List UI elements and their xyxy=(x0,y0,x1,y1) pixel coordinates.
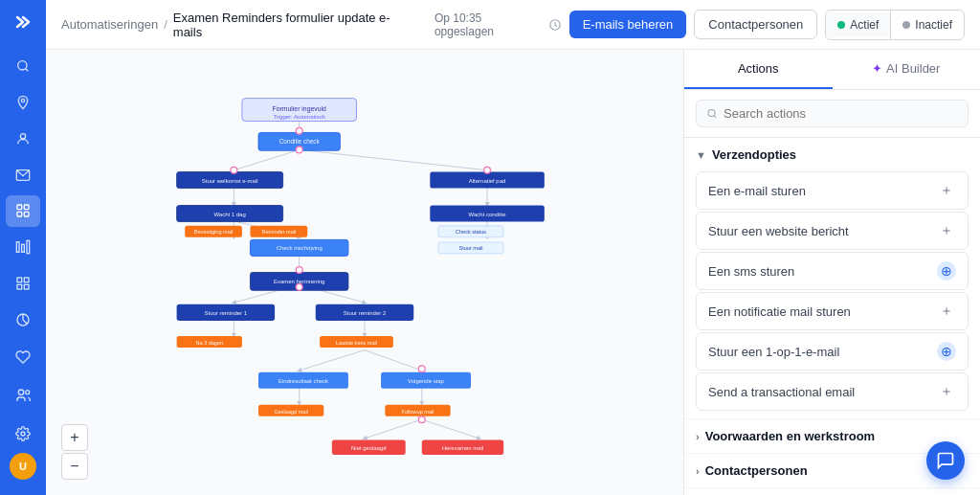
inactive-label: Inactief xyxy=(915,18,952,32)
search-sidebar-icon[interactable] xyxy=(6,50,40,82)
bars-sidebar-icon[interactable] xyxy=(6,231,40,263)
svg-point-2 xyxy=(20,133,25,138)
action-transactional-add-icon[interactable]: ＋ xyxy=(937,382,956,401)
canvas-controls: + − xyxy=(61,424,88,480)
action-1op1-label: Stuur een 1-op-1-e-mail xyxy=(708,345,839,359)
svg-point-0 xyxy=(18,61,27,70)
svg-point-92 xyxy=(708,109,715,116)
svg-text:Trigger: Automatisch: Trigger: Automatisch xyxy=(273,114,325,120)
email-sidebar-icon[interactable] xyxy=(6,159,40,191)
contacts-sidebar-icon[interactable] xyxy=(6,123,40,155)
tab-actions[interactable]: Actions xyxy=(684,50,833,89)
svg-rect-9 xyxy=(22,245,25,253)
svg-text:Alternatief pad: Alternatief pad xyxy=(469,178,505,184)
svg-point-16 xyxy=(18,390,23,394)
svg-text:Na 3 dagen: Na 3 dagen xyxy=(195,340,223,346)
breadcrumb-link[interactable]: Automatiseringen xyxy=(61,17,158,32)
action-notificatie-mail[interactable]: Een notificatie mail sturen ＋ xyxy=(696,292,969,330)
workspace: Formulier ingevuld Trigger: Automatisch … xyxy=(46,50,980,495)
saved-info: Op 10:35 opgeslagen xyxy=(434,11,562,38)
action-email-add-icon[interactable]: ＋ xyxy=(937,181,956,200)
zoom-in-button[interactable]: + xyxy=(61,424,88,451)
svg-text:Niet geslaagd: Niet geslaagd xyxy=(351,445,387,451)
svg-rect-11 xyxy=(17,278,22,282)
zoom-out-button[interactable]: − xyxy=(61,453,88,480)
action-1op1-add-icon[interactable]: ⊕ xyxy=(937,342,956,361)
location-sidebar-icon[interactable] xyxy=(6,86,40,119)
section-voorwaarden-label: Voorwaarden en werkstroom xyxy=(705,429,875,443)
svg-point-88 xyxy=(296,267,302,274)
contactpersonen-button[interactable]: Contactpersonen xyxy=(694,10,817,39)
search-icon xyxy=(706,107,718,120)
emails-beheren-button[interactable]: E-mails beheren xyxy=(569,11,687,38)
section-verzendopties[interactable]: ▼ Verzendopties xyxy=(684,138,980,168)
panel-search xyxy=(684,90,980,138)
svg-text:Conditie check: Conditie check xyxy=(279,138,321,145)
svg-line-36 xyxy=(365,419,422,439)
search-input[interactable] xyxy=(724,106,958,121)
pie-sidebar-icon[interactable] xyxy=(6,304,40,336)
action-sms-add-icon[interactable]: ⊕ xyxy=(937,261,956,281)
svg-text:Eindresultaat check: Eindresultaat check xyxy=(278,378,328,384)
clock-icon xyxy=(548,18,562,32)
canvas[interactable]: Formulier ingevuld Trigger: Automatisch … xyxy=(46,50,683,495)
avatar[interactable]: U xyxy=(10,453,36,480)
svg-text:Geslaagd mail: Geslaagd mail xyxy=(274,409,307,415)
active-label: Actief xyxy=(850,18,879,32)
saved-text: Op 10:35 opgeslagen xyxy=(434,11,545,38)
topbar: Automatiseringen / Examen Reminders form… xyxy=(46,0,980,50)
action-website-bericht[interactable]: Stuur een website bericht ＋ xyxy=(696,212,969,250)
svg-text:Wacht conditie: Wacht conditie xyxy=(469,212,507,217)
action-website-add-icon[interactable]: ＋ xyxy=(937,221,956,240)
team-sidebar-icon[interactable] xyxy=(6,378,40,413)
search-input-wrap[interactable] xyxy=(696,100,969,127)
svg-rect-7 xyxy=(24,213,29,217)
svg-text:Stuur mail: Stuur mail xyxy=(459,245,483,251)
action-email-sturen[interactable]: Een e-mail sturen ＋ xyxy=(696,171,969,210)
svg-rect-10 xyxy=(27,241,30,254)
chevron-right-contactpersonen: › xyxy=(696,465,700,477)
svg-point-89 xyxy=(296,283,302,290)
inactive-dot xyxy=(902,21,910,29)
active-dot xyxy=(837,21,845,29)
ai-star-icon: ✦ xyxy=(872,61,882,76)
grid-sidebar-icon[interactable] xyxy=(6,267,40,300)
panel-tabs: Actions ✦ AI Builder xyxy=(684,50,980,90)
section-verzendopties-label: Verzendopties xyxy=(712,147,796,162)
section-verkoopteam[interactable]: › Verkoopteam xyxy=(684,487,980,495)
svg-rect-6 xyxy=(17,213,22,217)
right-panel: Actions ✦ AI Builder ▼ Verzendopties xyxy=(683,50,980,495)
svg-text:Check inschrijving: Check inschrijving xyxy=(277,245,323,251)
status-active-button[interactable]: Actief xyxy=(826,12,890,37)
action-items-list: Een e-mail sturen ＋ Stuur een website be… xyxy=(684,168,980,418)
svg-point-85 xyxy=(296,146,302,153)
svg-text:Reminder mail: Reminder mail xyxy=(261,229,296,235)
action-notificatie-label: Een notificatie mail sturen xyxy=(708,304,851,319)
svg-line-22 xyxy=(300,149,487,169)
breadcrumb: Automatiseringen / Examen Reminders form… xyxy=(61,11,419,39)
breadcrumb-current: Examen Reminders formulier update e-mail… xyxy=(173,11,419,39)
tab-ai-builder[interactable]: ✦ AI Builder xyxy=(833,50,981,89)
chat-bubble[interactable] xyxy=(926,441,965,480)
svg-point-86 xyxy=(231,167,237,173)
svg-text:Bevestiging mail: Bevestiging mail xyxy=(194,229,233,235)
main-content: Automatiseringen / Examen Reminders form… xyxy=(46,0,980,495)
svg-text:Check status: Check status xyxy=(456,229,486,235)
svg-rect-5 xyxy=(24,205,29,210)
action-1op1-email[interactable]: Stuur een 1-op-1-e-mail ⊕ xyxy=(696,332,969,371)
section-contactpersonen-label: Contactpersonen xyxy=(705,463,808,478)
action-sms-label: Een sms sturen xyxy=(708,264,794,279)
sidebar-logo[interactable] xyxy=(8,8,38,36)
svg-text:Volgende stap: Volgende stap xyxy=(408,378,445,384)
svg-text:Followup mail: Followup mail xyxy=(402,409,434,415)
settings-sidebar-icon[interactable] xyxy=(6,416,40,451)
svg-text:Stuur reminder 2: Stuur reminder 2 xyxy=(344,310,387,316)
status-inactive-button[interactable]: Inactief xyxy=(891,12,964,37)
action-transactional-email[interactable]: Send a transactional email ＋ xyxy=(696,372,969,411)
action-notificatie-add-icon[interactable]: ＋ xyxy=(937,302,956,321)
action-sms-sturen[interactable]: Een sms sturen ⊕ xyxy=(696,252,969,290)
svg-point-18 xyxy=(21,432,25,436)
chevron-right-voorwaarden: › xyxy=(696,431,700,442)
automations-sidebar-icon[interactable] xyxy=(6,195,40,228)
heart-sidebar-icon[interactable] xyxy=(6,340,40,374)
